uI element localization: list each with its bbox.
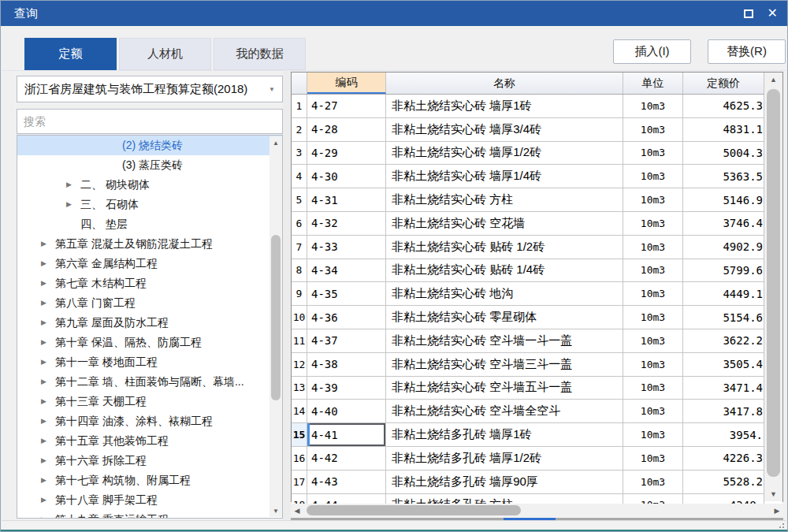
tree-expand-icon[interactable]: ▶ xyxy=(66,175,72,195)
cell-num[interactable]: 2 xyxy=(292,118,307,141)
cell-unit[interactable]: 10m3 xyxy=(623,400,683,422)
cell-unit[interactable]: 10m3 xyxy=(623,282,683,305)
tree-item[interactable]: ▶第九章 屋面及防水工程 xyxy=(17,313,282,333)
close-icon[interactable]: ✕ xyxy=(764,7,781,20)
cell-num[interactable]: 9 xyxy=(292,282,307,305)
cell-code[interactable]: 4-31 xyxy=(307,188,386,211)
cell-price[interactable]: 4449.1 xyxy=(683,282,764,305)
cell-price[interactable]: 4625.3 xyxy=(683,95,764,117)
tree-scrollbar-thumb[interactable] xyxy=(271,235,281,400)
tree-item[interactable]: ▶第十六章 拆除工程 xyxy=(17,451,282,471)
table-row[interactable]: 144-40非粘土烧结实心砖 空斗墙全空斗10m33417.8 xyxy=(292,400,782,423)
tree-item[interactable]: ▶第六章 金属结构工程 xyxy=(17,254,282,273)
cell-unit[interactable]: 10m3 xyxy=(623,329,683,352)
cell-name[interactable]: 非粘土烧结实心砖 贴砖 1/4砖 xyxy=(386,259,623,282)
cell-price[interactable]: 5799.6 xyxy=(683,259,764,282)
cell-price[interactable]: 5004.3 xyxy=(683,142,764,165)
cell-unit[interactable]: 10m3 xyxy=(623,212,683,235)
tree-item[interactable]: ▶第十九章 垂直运输工程 xyxy=(17,510,282,519)
cell-unit[interactable]: 10m3 xyxy=(623,118,683,141)
cell-unit[interactable]: 10m3 xyxy=(623,236,683,259)
table-row[interactable]: 174-43非粘土烧结多孔砖 墙厚90厚10m35528.2 xyxy=(292,471,782,494)
header-price[interactable]: 定额价 xyxy=(683,73,764,94)
tree-expand-icon[interactable]: ▶ xyxy=(41,411,46,431)
table-row[interactable]: 24-28非粘土烧结实心砖 墙厚3/4砖10m34831.1 xyxy=(292,118,782,142)
cell-num[interactable]: 12 xyxy=(292,353,307,376)
cell-price[interactable]: 4226.3 xyxy=(683,447,764,470)
cell-code[interactable]: 4-41 xyxy=(307,423,386,446)
vertical-splitter[interactable] xyxy=(283,70,291,523)
cell-code[interactable]: 4-34 xyxy=(307,259,386,282)
cell-name[interactable]: 非粘土烧结实心砖 贴砖 1/2砖 xyxy=(386,236,623,259)
cell-name[interactable]: 非粘土烧结实心砖 零星砌体 xyxy=(386,306,623,329)
scroll-left-icon[interactable]: ◀ xyxy=(291,504,303,517)
cell-price[interactable]: 4831.1 xyxy=(683,118,764,141)
search-input[interactable] xyxy=(17,109,283,134)
table-row[interactable]: 14-27非粘土烧结实心砖 墙厚1砖10m34625.3 xyxy=(292,95,782,118)
tree-expand-icon[interactable]: ▶ xyxy=(41,234,46,254)
cell-num[interactable]: 11 xyxy=(292,329,307,352)
cell-name[interactable]: 非粘土烧结实心砖 空斗墙五斗一盖 xyxy=(386,377,623,400)
cell-num[interactable]: 13 xyxy=(292,377,307,400)
cell-code[interactable]: 4-29 xyxy=(307,142,386,165)
cell-unit[interactable]: 10m3 xyxy=(623,259,683,282)
cell-price[interactable]: 4902.9 xyxy=(683,236,764,259)
tree-expand-icon[interactable]: ▶ xyxy=(66,195,72,214)
cell-price[interactable]: 5146.9 xyxy=(683,188,764,211)
cell-name[interactable]: 非粘土烧结实心砖 方柱 xyxy=(386,188,623,211)
maximize-icon[interactable] xyxy=(744,9,753,18)
cell-name[interactable]: 非粘土烧结实心砖 墙厚3/4砖 xyxy=(386,118,623,141)
tree-item[interactable]: ▶第八章 门窗工程 xyxy=(17,293,282,313)
scroll-right-icon[interactable]: ▶ xyxy=(771,504,783,517)
table-row[interactable]: 94-35非粘土烧结实心砖 地沟10m34449.1 xyxy=(292,282,782,306)
scroll-down-icon[interactable]: ▼ xyxy=(764,487,782,501)
cell-name[interactable]: 非粘土烧结实心砖 墙厚1/4砖 xyxy=(386,165,623,188)
header-rownum[interactable] xyxy=(292,73,307,94)
cell-name[interactable]: 非粘土烧结多孔砖 墙厚1/2砖 xyxy=(386,447,623,470)
cell-price[interactable]: 3746.4 xyxy=(683,212,764,235)
tree-expand-icon[interactable]: ▶ xyxy=(41,352,46,372)
cell-name[interactable]: 非粘土烧结实心砖 空斗墙一斗一盖 xyxy=(386,329,623,352)
table-row[interactable]: 124-38非粘土烧结实心砖 空斗墙三斗一盖10m33505.4 xyxy=(292,353,782,377)
tree-scrollbar[interactable]: ▲ ▼ xyxy=(269,136,282,517)
tree-item[interactable]: ▶第十二章 墙、柱面装饰与隔断、幕墙... xyxy=(17,372,282,392)
cell-name[interactable]: 非粘土烧结多孔砖 墙厚1砖 xyxy=(386,423,623,446)
cell-name[interactable]: 非粘土烧结实心砖 空花墙 xyxy=(386,212,623,235)
cell-code[interactable]: 4-40 xyxy=(307,400,386,422)
tree-item[interactable]: ▶第十一章 楼地面工程 xyxy=(17,352,282,372)
cell-unit[interactable]: 10m3 xyxy=(623,95,683,117)
tree-item[interactable]: ▶第十五章 其他装饰工程 xyxy=(17,431,282,451)
cell-unit[interactable]: 10m3 xyxy=(623,188,683,211)
quota-library-select[interactable]: 浙江省房屋建筑与装饰工程预算定额(2018) ▼ xyxy=(17,76,283,102)
tree-expand-icon[interactable]: ▶ xyxy=(41,392,46,411)
cell-code[interactable]: 4-36 xyxy=(307,306,386,329)
table-row[interactable]: 54-31非粘土烧结实心砖 方柱10m35146.9 xyxy=(292,188,782,212)
cell-name[interactable]: 非粘土烧结多孔砖 墙厚90厚 xyxy=(386,471,623,493)
cell-name[interactable]: 非粘土烧结实心砖 墙厚1/2砖 xyxy=(386,142,623,165)
scroll-up-icon[interactable]: ▲ xyxy=(764,73,782,87)
tree-expand-icon[interactable]: ▶ xyxy=(41,254,46,273)
cell-price[interactable]: 3954. xyxy=(683,423,764,446)
cell-code[interactable]: 4-37 xyxy=(307,329,386,352)
table-row[interactable]: 164-42非粘土烧结多孔砖 墙厚1/2砖10m34226.3 xyxy=(292,447,782,471)
tree-item[interactable]: 四、 垫层 xyxy=(17,214,282,234)
table-row[interactable]: 84-34非粘土烧结实心砖 贴砖 1/4砖10m35799.6 xyxy=(292,259,782,283)
cell-code[interactable]: 4-27 xyxy=(307,95,386,117)
cell-name[interactable]: 非粘土烧结实心砖 空斗墙全空斗 xyxy=(386,400,623,422)
table-row[interactable]: 64-32非粘土烧结实心砖 空花墙10m33746.4 xyxy=(292,212,782,236)
cell-num[interactable]: 15 xyxy=(292,423,307,446)
tree-item[interactable]: ▶第五章 混凝土及钢筋混凝土工程 xyxy=(17,234,282,254)
cell-price[interactable]: 3417.8 xyxy=(683,400,764,422)
tree-item[interactable]: ▶三、 石砌体 xyxy=(17,195,282,214)
resize-grip-icon[interactable] xyxy=(778,522,784,528)
cell-num[interactable]: 1 xyxy=(292,95,307,117)
cell-num[interactable]: 17 xyxy=(292,471,307,493)
cell-unit[interactable]: 10m3 xyxy=(623,142,683,165)
tree-item[interactable]: ▶第七章 木结构工程 xyxy=(17,273,282,293)
cell-code[interactable]: 4-33 xyxy=(307,236,386,259)
header-unit[interactable]: 单位 xyxy=(623,73,683,94)
cell-price[interactable]: 5154.6 xyxy=(683,306,764,329)
table-row[interactable]: 134-39非粘土烧结实心砖 空斗墙五斗一盖10m33471.4 xyxy=(292,377,782,400)
cell-num[interactable]: 14 xyxy=(292,400,307,422)
table-vscrollbar[interactable]: ▲ ▼ xyxy=(764,73,782,501)
